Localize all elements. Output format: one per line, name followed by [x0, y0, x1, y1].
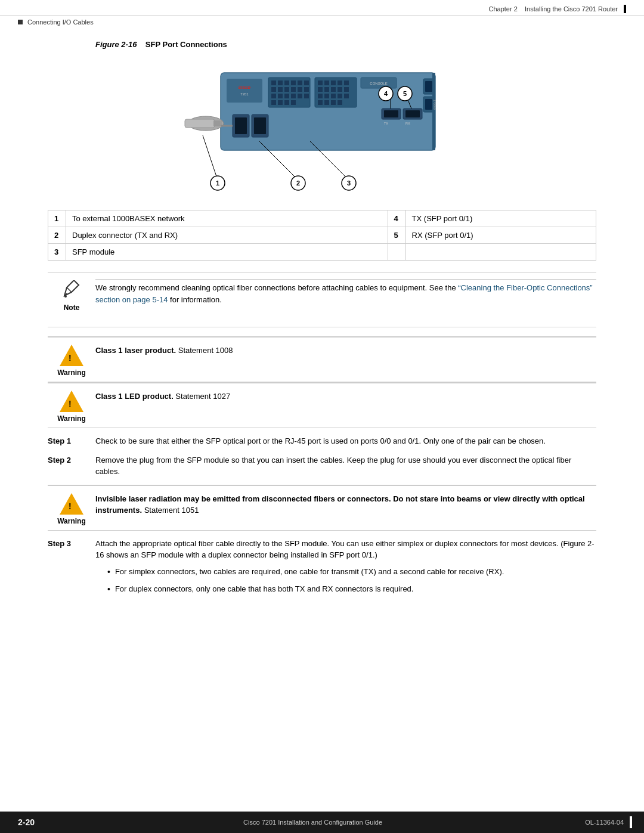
svg-rect-18 — [278, 94, 283, 98]
table-cell-num1: 2 — [48, 227, 66, 244]
step-3-bullets: For simplex connectors, two cables are r… — [107, 566, 596, 596]
warning-2-section: Warning Class 1 LED product. Statement 1… — [48, 383, 596, 428]
footer-doc-title: Cisco 7201 Installation and Configuratio… — [41, 819, 585, 826]
svg-text:CONSOLE: CONSOLE — [370, 82, 387, 85]
table-cell-num2 — [388, 244, 405, 261]
svg-text:TX: TX — [384, 122, 388, 125]
svg-rect-5 — [271, 80, 276, 85]
svg-rect-17 — [271, 94, 276, 98]
bullet-1: For simplex connectors, two cables are r… — [115, 566, 504, 578]
step-1-content: Check to be sure that either the SFP opt… — [95, 435, 596, 447]
page-header: Chapter 2 Installing the Cisco 7201 Rout… — [0, 0, 644, 16]
page-subheader: Connecting I/O Cables — [0, 16, 644, 28]
callout-table: 1 To external 1000BASEX network 4 TX (SF… — [48, 210, 596, 261]
table-row: 1 To external 1000BASEX network 4 TX (SF… — [48, 210, 596, 227]
svg-rect-42 — [344, 94, 349, 98]
svg-rect-19 — [284, 94, 289, 98]
svg-rect-34 — [324, 87, 329, 92]
svg-rect-36 — [338, 87, 342, 92]
svg-rect-15 — [298, 87, 302, 92]
svg-rect-35 — [331, 87, 336, 92]
chapter-title: Installing the Cisco 7201 Router — [525, 5, 618, 13]
step-3-content: Attach the appropriate optical fiber cab… — [95, 538, 596, 600]
figure-number: 2-16 — [121, 40, 137, 49]
list-item: For simplex connectors, two cables are r… — [107, 566, 596, 578]
warning-content-3: Invisible laser radiation may be emitted… — [95, 491, 596, 516]
warning-2-wrapper: Warning Class 1 LED product. Statement 1… — [48, 382, 596, 428]
footer-bar-decoration — [630, 816, 632, 828]
warning-text-2: Statement 1027 — [174, 392, 230, 401]
figure-section: cisco 7201 — [48, 55, 596, 198]
svg-rect-8 — [291, 80, 296, 85]
subheader-bullet — [18, 20, 23, 24]
svg-rect-12 — [278, 87, 283, 92]
table-cell-desc2 — [405, 244, 596, 261]
svg-rect-10 — [304, 80, 309, 85]
warning-text-3: Statement 1051 — [142, 506, 199, 515]
warning-icon-area-3: Warning — [48, 491, 95, 525]
svg-rect-50 — [235, 117, 247, 134]
svg-rect-6 — [278, 80, 283, 85]
svg-rect-21 — [298, 94, 302, 98]
table-row: 3 SFP module — [48, 244, 596, 261]
footer-page-number: 2-20 — [12, 817, 41, 827]
svg-rect-37 — [344, 87, 349, 92]
warning-icon-area-1: Warning — [48, 342, 95, 377]
note-content: We strongly recommend cleaning optical f… — [95, 279, 596, 305]
svg-rect-40 — [331, 94, 336, 98]
svg-rect-25 — [284, 100, 289, 105]
svg-rect-14 — [291, 87, 296, 92]
svg-rect-66 — [185, 119, 215, 128]
svg-text:cisco: cisco — [239, 85, 251, 90]
bullet-2: For duplex connectors, only one cable th… — [115, 583, 414, 595]
note-pencil-icon — [62, 280, 81, 299]
svg-text:3: 3 — [347, 179, 351, 187]
note-text: We strongly recommend cleaning optical f… — [95, 283, 458, 292]
page-footer: 2-20 Cisco 7201 Installation and Configu… — [0, 812, 644, 833]
svg-rect-11 — [271, 87, 276, 92]
step-1-section: Step 1 Check to be sure that either the … — [48, 435, 596, 447]
svg-rect-16 — [304, 87, 309, 92]
svg-rect-23 — [271, 100, 276, 105]
svg-rect-44 — [324, 100, 329, 105]
svg-text:5: 5 — [403, 90, 407, 97]
footer-doc-number: OL-11364-04 — [585, 819, 624, 826]
svg-rect-24 — [278, 100, 283, 105]
table-cell-num1: 1 — [48, 210, 66, 227]
warning-text-1: Statement 1008 — [176, 346, 233, 355]
chapter-number: Chapter 2 — [489, 5, 518, 13]
svg-rect-52 — [254, 117, 266, 134]
svg-rect-1 — [227, 79, 262, 103]
svg-rect-38 — [318, 94, 323, 98]
svg-rect-39 — [324, 94, 329, 98]
note-icon — [62, 280, 81, 302]
table-cell-desc2: TX (SFP port 0/1) — [405, 210, 596, 227]
table-cell-desc1: Duplex connector (TX and RX) — [66, 227, 388, 244]
warning-bold-text-1: Class 1 laser product. — [95, 346, 176, 355]
router-diagram-svg: cisco 7201 — [173, 55, 471, 198]
svg-text:RX: RX — [405, 122, 410, 125]
warning-1-wrapper: Warning Class 1 laser product. Statement… — [48, 336, 596, 382]
warning-triangle-icon-3 — [60, 493, 83, 515]
svg-rect-13 — [284, 87, 289, 92]
note-section: Note We strongly recommend cleaning opti… — [48, 272, 596, 327]
step-2-content: Remove the plug from the SFP module so t… — [95, 454, 596, 478]
main-content: Figure 2-16 SFP Port Connections cisco 7… — [0, 28, 644, 655]
warning-content-2: Class 1 LED product. Statement 1027 — [95, 388, 596, 402]
header-bar-decoration — [624, 5, 626, 13]
note-text-after: for information. — [168, 295, 221, 304]
svg-rect-54 — [384, 110, 398, 117]
step-2-label: Step 2 — [48, 454, 95, 465]
svg-text:170869: 170869 — [433, 100, 436, 110]
svg-rect-30 — [331, 80, 336, 85]
subheader-text: Connecting I/O Cables — [27, 18, 94, 26]
note-icon-area: Note — [48, 279, 95, 312]
step-3-section: Step 3 Attach the appropriate optical fi… — [48, 538, 596, 600]
warning-3-wrapper: Warning Invisible laser radiation may be… — [48, 485, 596, 531]
step-2-section: Step 2 Remove the plug from the SFP modu… — [48, 454, 596, 478]
warning-bold-text-2: Class 1 LED product. — [95, 392, 174, 401]
svg-rect-26 — [291, 100, 296, 105]
svg-rect-46 — [338, 100, 342, 105]
table-cell-desc1: SFP module — [66, 244, 388, 261]
warning-label-3: Warning — [57, 517, 86, 525]
